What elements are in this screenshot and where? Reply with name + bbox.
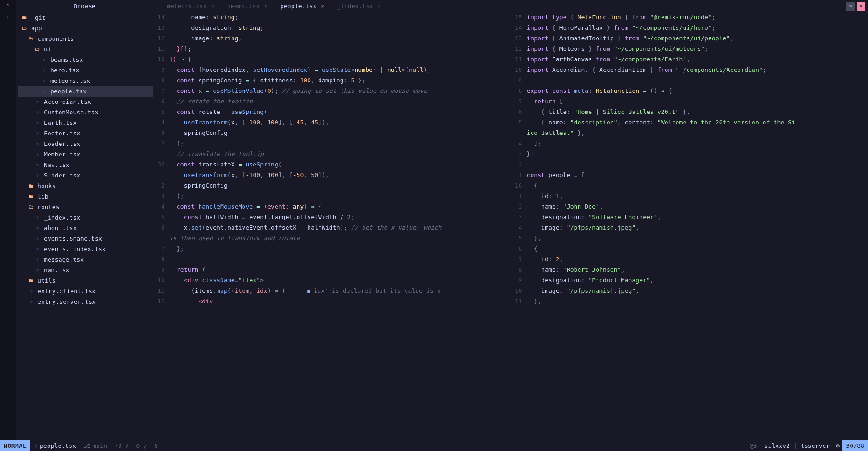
line-number: 9 (511, 75, 525, 86)
tree-item[interactable]: ⚛CustomMouse.tsx (18, 107, 153, 118)
line-number: 5 (154, 107, 168, 117)
tree-item[interactable]: ⚛entry.client.tsx (18, 286, 153, 296)
react-icon: ⚛ (34, 236, 41, 242)
line-number: 11 (511, 296, 525, 306)
tab[interactable]: _index.tsx✕ (332, 0, 385, 12)
line-number: 11 (511, 54, 525, 64)
tree-item[interactable]: ⚛about.tsx (18, 223, 153, 233)
file-name: events._index.tsx (44, 246, 106, 252)
tab[interactable]: meteors.tsx✕ (162, 0, 219, 12)
line-number: 16 (511, 180, 525, 191)
tree-item[interactable]: 🖿hooks (18, 181, 153, 191)
tree-item[interactable]: ⚛meteors.tsx (18, 75, 153, 86)
tree-item[interactable]: ⚛message.tsx (18, 254, 153, 265)
folder-open-icon: 🗁 (21, 25, 28, 31)
editor-pane-right[interactable]: 15import type { MetaFunction } from "@re… (511, 12, 868, 440)
close-tab-icon[interactable]: ✕ (378, 3, 381, 9)
tree-item[interactable]: 🖿lib (18, 191, 153, 202)
code-line: 12import { Meteors } from "~/components/… (511, 43, 868, 54)
tree-item[interactable]: ⚛events.$name.tsx (18, 233, 153, 244)
file-name: message.tsx (44, 256, 84, 263)
code-line: 9 designation: "Product Manager", (511, 275, 868, 285)
tree-item[interactable]: ⚛Nav.tsx (18, 160, 153, 170)
code-line: 1 id: 1, (511, 191, 868, 201)
tree-item[interactable]: ⚛hero.tsx (18, 65, 153, 75)
file-name: Earth.tsx (44, 119, 76, 126)
folder-icon: 🖿 (27, 183, 35, 189)
line-number: 10 (511, 64, 525, 75)
line-number: 12 (511, 43, 525, 54)
tab-bar: meteors.tsx✕beams.tsx✕people.tsx✕_index.… (154, 0, 868, 12)
status-diagnostics: @3 (746, 442, 761, 449)
react-icon: ⚛ (34, 162, 41, 168)
tree-item[interactable]: ⚛Slider.tsx (18, 170, 153, 181)
react-icon: ⚛ (34, 141, 41, 147)
line-number: 11 (154, 43, 168, 54)
code-line: 12 image: string; (154, 33, 511, 43)
code-line: 4 image: "/pfps/namish.jpeg", (511, 222, 868, 233)
react-icon: ⚛ (34, 109, 41, 115)
branch-icon: ⎇ (83, 442, 90, 449)
code-line: 2 springConfig (154, 180, 511, 191)
line-number: 4 (154, 201, 168, 212)
tree-item[interactable]: ⚛Loader.tsx (18, 139, 153, 149)
close-icon[interactable]: ✕ (6, 2, 9, 7)
tree-item[interactable]: ⚛_index.tsx (18, 212, 153, 223)
tree-item[interactable]: 🗁components (18, 33, 153, 44)
tree-item[interactable]: ⚛events._index.tsx (18, 244, 153, 254)
tree-item[interactable]: ⚛Accordian.tsx (18, 97, 153, 107)
line-number: 7 (511, 96, 525, 107)
code-line: 7 const x = useMotionValue(0); // going … (154, 86, 511, 96)
code-line: 3 designation: "Software Engineer", (511, 212, 868, 222)
line-number: 12 (154, 33, 168, 43)
file-name: meteors.tsx (50, 77, 90, 84)
code-line: 1 // translate the tooltip (154, 149, 511, 159)
close-tab-icon[interactable]: ✕ (321, 3, 324, 9)
tree-item[interactable]: ⚛beams.tsx (18, 54, 153, 65)
close-tab-icon[interactable]: ✕ (264, 3, 267, 9)
tree-item[interactable]: ⚛Footer.tsx (18, 128, 153, 139)
tree-item[interactable]: 🖿utils (18, 275, 153, 286)
tab[interactable]: beams.tsx✕ (222, 0, 272, 12)
line-number: 14 (154, 12, 168, 22)
edit-icon[interactable]: ✎ (846, 2, 855, 11)
code-line: 6 { (511, 243, 868, 254)
line-number: 15 (511, 12, 525, 22)
tree-item[interactable]: ⚛people.tsx (18, 86, 153, 97)
react-icon: ⚛ (34, 442, 38, 449)
code-line: 3}; (511, 149, 868, 159)
file-name: CustomMouse.tsx (44, 109, 98, 116)
file-name: nam.tsx (44, 267, 70, 274)
line-number: 9 (154, 264, 168, 275)
tree-item[interactable]: 🗁app (18, 23, 153, 33)
close-tab-icon[interactable]: ✕ (211, 3, 214, 9)
code-line: 15import type { MetaFunction } from "@re… (511, 12, 868, 22)
folder-icon: 🖿 (27, 278, 35, 284)
code-line: 9 const [hoveredIndex, setHoveredIndex] … (154, 64, 511, 75)
tree-item[interactable]: ⚛entry.server.tsx (18, 296, 153, 307)
line-number: 12 (154, 296, 168, 306)
file-name: Slider.tsx (44, 172, 80, 179)
editor-pane-left[interactable]: 14 name: string;13 designation: string;1… (154, 12, 511, 440)
plus-icon[interactable]: ＋ (5, 13, 11, 21)
line-number: 30 (154, 159, 168, 170)
code-line: ico Battles." }, (511, 128, 868, 138)
tree-item[interactable]: ⚛nam.tsx (18, 265, 153, 275)
tree-item[interactable]: ⚛Member.tsx (18, 149, 153, 160)
tree-item[interactable]: ⚛Earth.tsx (18, 118, 153, 128)
line-number: 4 (511, 138, 525, 149)
tree-item[interactable]: 🗁routes (18, 202, 153, 212)
code-line: 9 return ( (154, 264, 511, 275)
close-window-icon[interactable]: ✕ (857, 2, 865, 11)
line-number: 4 (154, 117, 168, 128)
code-line: 11import EarthCanvas from "~/components/… (511, 54, 868, 64)
line-number: 7 (154, 243, 168, 254)
file-name: Accordian.tsx (44, 98, 91, 105)
tree-item[interactable]: 🖿.git (18, 12, 153, 23)
tab[interactable]: people.tsx✕ (276, 0, 329, 12)
tree-item[interactable]: 🗁ui (18, 44, 153, 54)
line-number: 2 (511, 159, 525, 170)
line-number: 5 (511, 117, 525, 128)
react-icon: ⚛ (34, 130, 41, 136)
file-tree[interactable]: 🖿.git🗁app🗁components🗁ui⚛beams.tsx⚛hero.t… (16, 12, 154, 440)
